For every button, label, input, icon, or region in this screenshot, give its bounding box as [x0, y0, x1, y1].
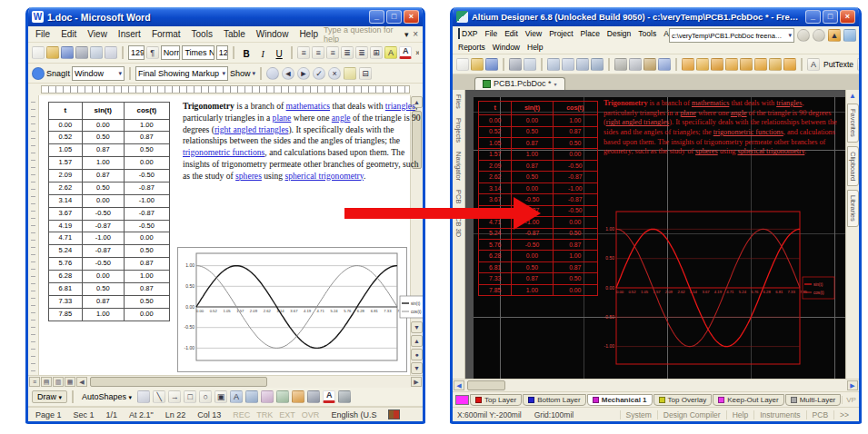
word-menu-insert[interactable]: Insert	[113, 28, 146, 40]
document-path-combo[interactable]: c:\veryTemp\PCB1.PcbDoc freename * ▾	[669, 28, 794, 43]
status-button-system[interactable]: System	[620, 410, 657, 419]
altium-menu-reports[interactable]: Reports	[454, 42, 489, 53]
insert-picture-icon[interactable]	[276, 390, 289, 403]
align-center-icon[interactable]: ≡	[312, 46, 324, 59]
word-page[interactable]: tsin(t)cos(t)0.000.001.000.520.500.871.0…	[39, 95, 410, 375]
font-combo[interactable]: Times New Roman ▾	[182, 45, 214, 60]
place-component-icon[interactable]	[754, 58, 767, 71]
layer-tab-mechanical-1[interactable]: Mechanical 1	[587, 394, 653, 406]
oval-icon[interactable]: ○	[199, 390, 212, 403]
select-objects-icon[interactable]	[137, 390, 150, 403]
highlight-icon[interactable]: A	[384, 46, 397, 59]
status-button-instruments[interactable]: Instruments	[753, 410, 805, 419]
up-hierarchy-icon[interactable]: ▲	[828, 29, 841, 42]
altium-menu-dxp[interactable]: DXP	[454, 28, 481, 39]
reject-change-icon[interactable]: ×	[328, 67, 341, 80]
spelling-status-icon[interactable]	[388, 409, 400, 419]
ask-question-box[interactable]: Type a question for help	[324, 25, 403, 44]
paragraph-marks-icon[interactable]: ¶	[146, 46, 159, 59]
altium-menu-project[interactable]: Project	[545, 28, 576, 39]
underline-button[interactable]: U	[272, 46, 286, 60]
snagit-window-combo[interactable]: Window ▾	[72, 66, 125, 81]
zoom-fit-icon[interactable]	[547, 58, 560, 71]
clip-art-icon[interactable]	[261, 390, 274, 403]
altium-menu-help[interactable]: Help	[524, 42, 546, 53]
hyperlink-triangles[interactable]: triangles	[385, 101, 415, 111]
font-size-combo[interactable]: 12 ▾	[216, 45, 229, 60]
word-menu-file[interactable]: File	[30, 28, 55, 40]
select-filter-icon[interactable]	[576, 58, 589, 71]
hyperlink-plane[interactable]: plane	[680, 109, 696, 117]
copy-icon[interactable]	[629, 58, 642, 71]
cut-icon[interactable]	[614, 58, 627, 71]
save-icon[interactable]	[485, 58, 498, 71]
hyperlink-trigonometric-functions[interactable]: trigonometric functions	[183, 147, 264, 157]
pcb-canvas[interactable]: tsin(t)cos(t)0.000.001.000.520.500.871.0…	[465, 90, 845, 379]
font-color-icon[interactable]: A	[399, 46, 412, 59]
cross-probe-icon[interactable]	[591, 58, 604, 71]
hyperlink-mathematics[interactable]: mathematics	[692, 99, 729, 107]
line-color-icon[interactable]	[307, 390, 320, 403]
word-menu-table[interactable]: Table	[218, 28, 251, 40]
toolbar-options-icon[interactable]: »	[414, 45, 419, 60]
zoom-combo[interactable]: 129% ▾	[128, 45, 145, 60]
style-combo[interactable]: Normal ▾	[161, 45, 181, 60]
ask-dropdown-icon[interactable]: ▾	[403, 27, 410, 42]
word-menu-help[interactable]: Help	[294, 28, 324, 40]
altium-menu-file[interactable]: File	[481, 28, 501, 39]
place-string-icon[interactable]: A	[807, 58, 820, 71]
arrow-icon[interactable]: →	[168, 390, 181, 403]
word-horizontal-scrollbar[interactable]: ≡▤▥▦ ◀ ▶	[28, 375, 423, 388]
altium-horizontal-scrollbar[interactable]: ◀ ▶	[453, 379, 859, 391]
place-via-icon[interactable]	[711, 58, 723, 71]
puttexte-button[interactable]: PutTexte	[822, 60, 855, 69]
status-mode-rec[interactable]: REC	[233, 410, 250, 419]
normal-view-icon[interactable]: ≡	[29, 377, 40, 387]
italic-button[interactable]: I	[255, 46, 270, 60]
hscroll-left-icon[interactable]: ◀	[454, 380, 464, 390]
accept-change-icon[interactable]: ✓	[313, 67, 325, 80]
layer-button-vp[interactable]: VP	[842, 396, 859, 404]
line-icon[interactable]: ╲	[153, 390, 165, 403]
altium-menu-window[interactable]: Window	[489, 42, 524, 53]
hscroll-thumb[interactable]	[90, 377, 267, 387]
undo-icon[interactable]	[658, 58, 671, 71]
hyperlink-triangles[interactable]: triangles	[776, 99, 802, 107]
hscroll-thumb[interactable]	[467, 380, 505, 390]
hyperlink-spherical-trigonometry[interactable]: spherical trigonometry	[738, 147, 805, 155]
markup-combo[interactable]: Final Showing Markup ▾	[135, 66, 228, 81]
panel-collapse-icon[interactable]: ▲	[849, 90, 856, 102]
status-button-[interactable]: >>	[833, 410, 854, 419]
left-panel-tab-files[interactable]: Files	[454, 90, 464, 113]
altium-menu-tools[interactable]: Tools	[634, 28, 660, 39]
vertical-ruler[interactable]	[28, 95, 39, 375]
print-layout-view-icon[interactable]: ▥	[53, 377, 64, 387]
text-box-icon[interactable]: ▣	[215, 390, 227, 403]
autoshapes-menu-button[interactable]: AutoShapes ▾	[78, 391, 135, 402]
word-menu-tools[interactable]: Tools	[186, 28, 218, 40]
close-button[interactable]: ×	[404, 10, 419, 24]
hscroll-left-icon[interactable]: ◀	[76, 377, 87, 387]
spelling-grammar-icon[interactable]	[105, 46, 117, 59]
hscroll-right-icon[interactable]: ▶	[847, 380, 858, 390]
layer-tab-multi-layer[interactable]: Multi-Layer	[785, 394, 842, 406]
align-right-icon[interactable]: ≡	[326, 46, 339, 59]
status-button-design-compiler[interactable]: Design Compiler	[657, 410, 726, 419]
hyperlink-angle[interactable]: angle	[731, 109, 747, 117]
word-menu-view[interactable]: View	[82, 28, 113, 40]
hyperlink-right-angled-triangles[interactable]: right angled triangles	[606, 118, 670, 126]
word-chart-object[interactable]: 1.000.500.00-0.50-1.000.000.521.051.572.…	[177, 247, 407, 372]
hyperlink-trigonometric-functions[interactable]: trigonometric functions	[713, 128, 783, 136]
status-button-help[interactable]: Help	[726, 410, 753, 419]
pcb-document-tab[interactable]: PCB1.PcbDoc * ▾	[474, 77, 565, 90]
place-pad-icon[interactable]	[696, 58, 709, 71]
right-panel-tab-libraries[interactable]: Libraries	[847, 190, 859, 227]
diagram-icon[interactable]	[245, 390, 258, 403]
web-layout-view-icon[interactable]: ▤	[41, 377, 52, 387]
hyperlink-spheres[interactable]: spheres	[695, 147, 718, 155]
wordart-icon[interactable]: A	[230, 390, 243, 403]
reviewing-pane-icon[interactable]: ⊟	[359, 67, 372, 80]
new-document-icon[interactable]	[32, 46, 45, 59]
word-menu-format[interactable]: Format	[146, 28, 186, 40]
show-menu-button[interactable]: Show	[230, 69, 251, 78]
